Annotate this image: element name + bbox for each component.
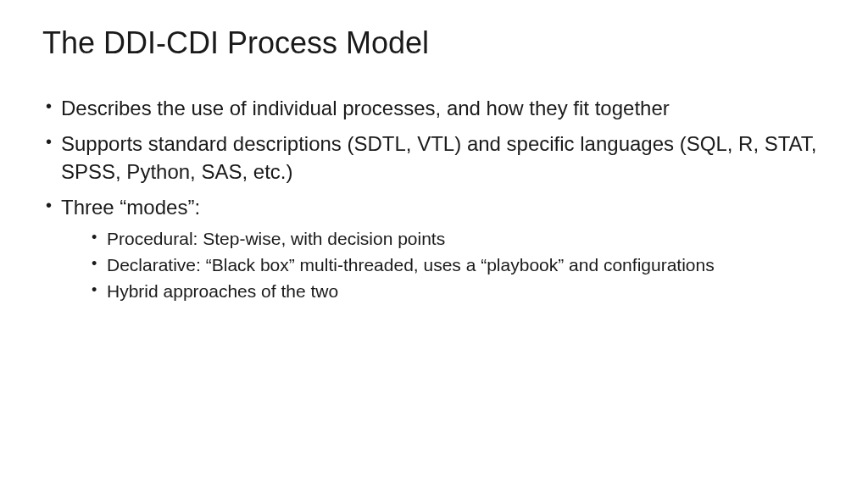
list-item: Hybrid approaches of the two [90,280,826,303]
list-item: Declarative: “Black box” multi-threaded,… [90,253,826,277]
list-item-text: Three “modes”: [61,196,200,219]
slide-title: The DDI-CDI Process Model [42,25,826,61]
list-item: Describes the use of individual processe… [42,95,826,122]
sub-bullet-list: Procedural: Step-wise, with decision poi… [61,227,826,304]
list-item: Three “modes”: Procedural: Step-wise, wi… [42,194,826,303]
main-bullet-list: Describes the use of individual processe… [42,95,826,304]
list-item: Supports standard descriptions (SDTL, VT… [42,130,826,186]
list-item: Procedural: Step-wise, with decision poi… [90,227,826,251]
